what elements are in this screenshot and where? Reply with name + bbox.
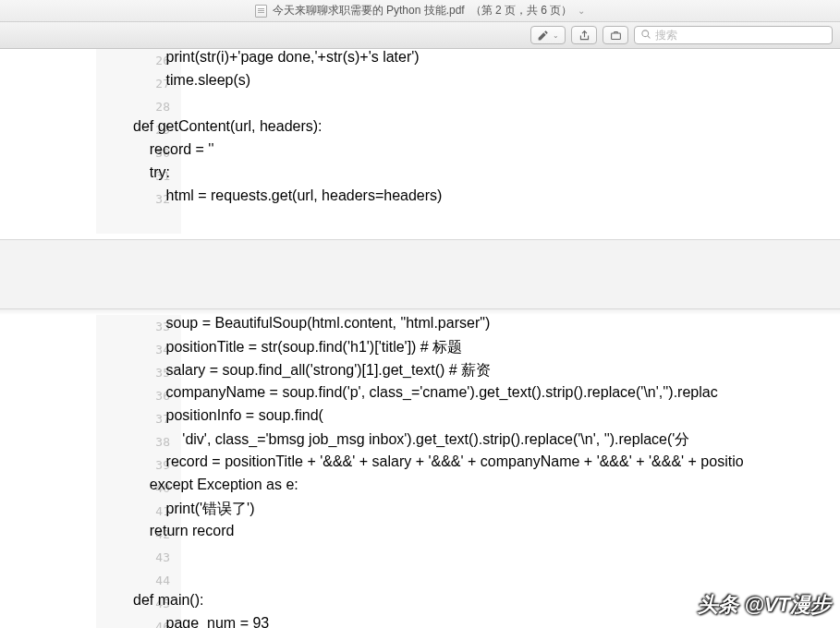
svg-rect-0 [611,33,620,40]
code-line: companyName = soup.find('p', class_='cna… [133,384,840,407]
svg-point-1 [642,30,649,36]
code-line: html = requests.get(url, headers=headers… [133,187,840,211]
annotate-button[interactable]: ⌄ [530,26,566,44]
code-line: page_num = 93 [133,615,840,628]
code-line [133,95,840,118]
code-line: positionTitle = str(soup.find('h1')['tit… [133,338,840,361]
chevron-down-icon[interactable]: ⌄ [578,6,585,16]
code-line: 'div', class_='bmsg job_msg inbox').get_… [133,430,840,453]
pdf-page-1: 26272829303132 print(str(i)+'page done,'… [0,49,840,234]
code-line: try: [133,164,840,187]
code-line: except Exception as e: [133,477,840,500]
code-line: return record [133,523,840,546]
code-line [133,211,840,234]
pencil-icon [537,30,549,42]
code-line [133,546,840,569]
pdf-page-2: 3334353637383940414243444546 soup = Beau… [0,315,840,628]
code-line: positionInfo = soup.find( [133,407,840,430]
briefcase-icon [610,30,622,42]
search-icon [640,29,651,42]
search-box[interactable] [634,26,833,44]
code-block: soup = BeautifulSoup(html.content, "html… [133,315,840,628]
code-line: def main(): [133,592,840,615]
code-line: print(str(i)+'page done,'+str(s)+'s late… [133,49,840,72]
code-line: print('错误了') [133,500,840,523]
toolbar: ⌄ [0,22,840,49]
code-line: def getContent(url, headers): [133,118,840,141]
page-gap [0,239,840,309]
share-icon [578,30,590,42]
share-button[interactable] [571,26,597,44]
svg-line-2 [648,35,651,38]
document-title: 今天来聊聊求职需要的 Python 技能.pdf [273,3,465,18]
briefcase-button[interactable] [603,26,628,44]
dropdown-caret-icon: ⌄ [553,31,559,40]
code-line: time.sleep(s) [133,72,840,95]
page-info: （第 2 页，共 6 页） [470,3,573,18]
code-block: print(str(i)+'page done,'+str(s)+'s late… [133,49,840,234]
code-line: record = '' [133,141,840,164]
code-line: record = positionTitle + '&&&' + salary … [133,453,840,477]
code-line [133,569,840,592]
document-icon [255,5,267,18]
code-line: salary = soup.find_all('strong')[1].get_… [133,361,840,384]
code-line: soup = BeautifulSoup(html.content, "html… [133,315,840,338]
search-input[interactable] [655,29,826,42]
window-titlebar: 今天来聊聊求职需要的 Python 技能.pdf （第 2 页，共 6 页） ⌄ [0,0,840,22]
